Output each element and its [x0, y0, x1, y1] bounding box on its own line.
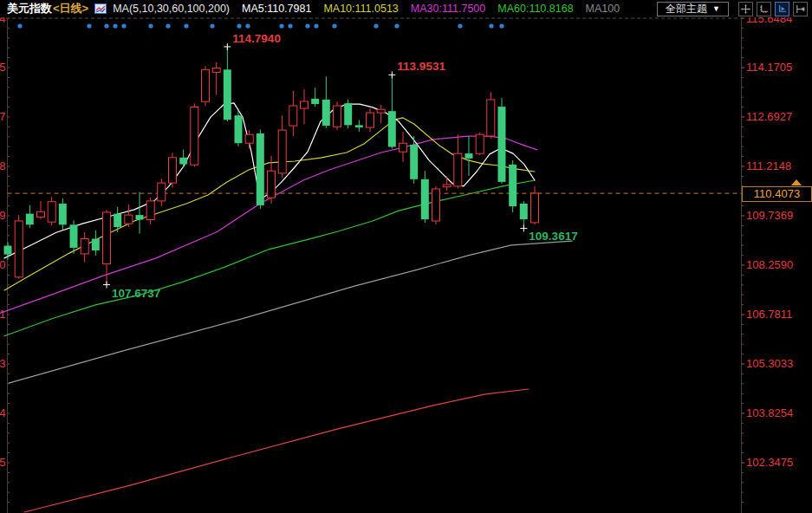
- event-dot[interactable]: [148, 23, 153, 28]
- candle[interactable]: [37, 201, 45, 219]
- candle-body: [37, 211, 45, 217]
- candle[interactable]: [531, 186, 539, 224]
- candle[interactable]: [257, 129, 264, 208]
- candle[interactable]: [289, 91, 297, 136]
- candle[interactable]: [59, 198, 67, 230]
- price-up-arrow-icon: [791, 179, 802, 185]
- candle[interactable]: [311, 88, 319, 107]
- candle[interactable]: [191, 103, 198, 166]
- event-dot[interactable]: [305, 23, 309, 28]
- candle[interactable]: [443, 176, 451, 191]
- event-dot[interactable]: [17, 23, 22, 28]
- candle[interactable]: [81, 232, 88, 263]
- event-dot[interactable]: [113, 23, 117, 28]
- extreme-price-label: 113.9531: [397, 60, 445, 73]
- candle[interactable]: [465, 136, 473, 176]
- candle[interactable]: [509, 160, 516, 212]
- extreme-price-label: 114.7940: [232, 32, 281, 45]
- candle[interactable]: [26, 205, 34, 228]
- event-dot[interactable]: [314, 23, 318, 28]
- candle[interactable]: [301, 89, 309, 124]
- candle[interactable]: [92, 231, 100, 256]
- event-dot[interactable]: [87, 23, 91, 28]
- candle-body: [202, 69, 210, 101]
- candle[interactable]: [48, 197, 55, 225]
- candle[interactable]: [212, 62, 220, 95]
- move-crosshair-button[interactable]: [738, 2, 753, 16]
- event-dot[interactable]: [394, 23, 399, 28]
- event-dot[interactable]: [104, 23, 108, 28]
- candle[interactable]: [278, 115, 286, 178]
- event-dot[interactable]: [374, 23, 378, 28]
- candle[interactable]: [4, 242, 12, 260]
- event-dot[interactable]: [245, 23, 250, 28]
- event-dot[interactable]: [121, 23, 126, 28]
- event-dot[interactable]: [210, 23, 214, 28]
- price-axis-label-right: 105.3033: [746, 357, 793, 370]
- candle-body: [498, 107, 506, 182]
- event-dot[interactable]: [499, 23, 503, 28]
- candle[interactable]: [179, 150, 187, 168]
- event-dot[interactable]: [489, 23, 493, 28]
- candle[interactable]: [476, 133, 484, 155]
- candle[interactable]: [388, 75, 396, 148]
- candle[interactable]: [146, 198, 154, 224]
- candle[interactable]: [421, 171, 429, 223]
- candle[interactable]: [224, 47, 231, 121]
- candle[interactable]: [158, 179, 166, 206]
- candle[interactable]: [454, 134, 462, 188]
- candle[interactable]: [169, 153, 177, 187]
- candle[interactable]: [377, 105, 385, 123]
- event-dot[interactable]: [332, 23, 336, 28]
- candle-body: [81, 239, 88, 254]
- event-dot[interactable]: [288, 23, 292, 28]
- candle-body: [92, 239, 100, 251]
- candle-body: [454, 153, 462, 186]
- price-axis-label-left-clipped: 114.1705: [0, 61, 6, 74]
- candle[interactable]: [322, 76, 330, 127]
- pan-right-button[interactable]: [793, 2, 808, 16]
- candle-body: [26, 214, 34, 225]
- candle[interactable]: [432, 186, 440, 224]
- candle[interactable]: [334, 101, 341, 130]
- candle-body: [476, 134, 484, 153]
- event-dot[interactable]: [184, 23, 188, 28]
- candle[interactable]: [400, 132, 407, 162]
- candle[interactable]: [520, 201, 528, 229]
- candle[interactable]: [487, 92, 495, 139]
- extreme-price-label: 107.6737: [112, 287, 160, 300]
- axis-scale-active-icon: [777, 4, 787, 14]
- axis-scale-active-button[interactable]: [775, 2, 789, 16]
- price-axis-label-left-clipped: 106.7811: [0, 308, 6, 321]
- candle[interactable]: [498, 98, 506, 184]
- candle[interactable]: [70, 220, 78, 253]
- candle[interactable]: [136, 192, 144, 234]
- candle[interactable]: [344, 100, 352, 129]
- candle[interactable]: [367, 108, 374, 132]
- symbol-title: 美元指数: [7, 1, 52, 16]
- candle[interactable]: [355, 120, 363, 133]
- event-dot[interactable]: [279, 23, 283, 28]
- candle-body: [169, 158, 177, 183]
- legend-ma30: MA30:111.7500: [411, 3, 485, 15]
- candle-body: [410, 145, 418, 179]
- price-axis-label-left-clipped: 102.3475: [0, 456, 6, 469]
- candle[interactable]: [125, 205, 133, 227]
- candle-body: [59, 204, 67, 224]
- price-axis-label-right: 109.7369: [746, 209, 793, 222]
- event-dot[interactable]: [166, 23, 170, 28]
- candle-body: [487, 100, 495, 136]
- candle-body: [245, 134, 253, 143]
- candlestick-chart[interactable]: 115.6484115.6484114.1705114.1705112.6927…: [0, 0, 812, 513]
- price-axis-label-left-clipped: 108.2590: [0, 258, 6, 271]
- legend-ma5: MA5:110.7981: [242, 3, 311, 15]
- theme-dropdown[interactable]: 全部主题 ▼: [657, 2, 729, 16]
- candle[interactable]: [15, 215, 23, 279]
- event-dot[interactable]: [458, 23, 462, 28]
- pan-right-icon: [796, 4, 805, 14]
- event-dot[interactable]: [237, 23, 241, 28]
- candle[interactable]: [202, 66, 210, 106]
- axis-scale-button[interactable]: [757, 2, 771, 16]
- ma-legend: MA(5,10,30,60,100,200)MA5:110.7981MA10:1…: [113, 3, 620, 15]
- price-axis-label-right: 114.1705: [746, 61, 792, 74]
